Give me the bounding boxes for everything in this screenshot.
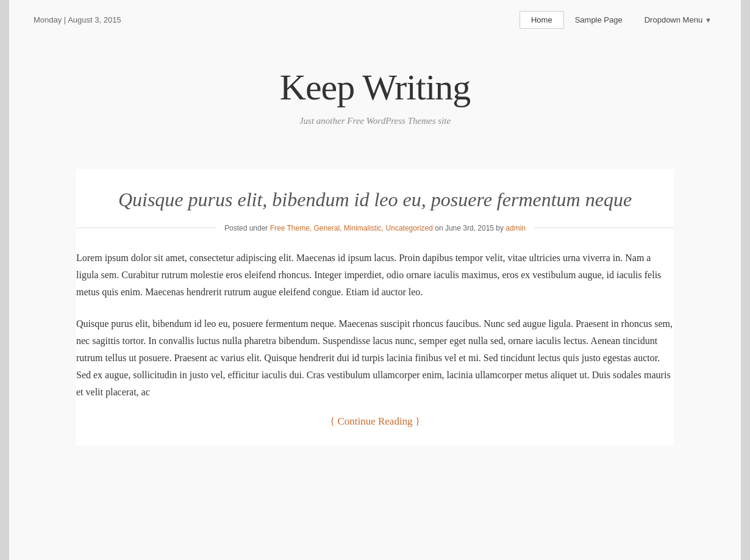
site-tagline: Just another Free WordPress Themes site [34, 116, 716, 126]
post-paragraph-2: Quisque purus elit, bibendum id leo eu, … [76, 315, 674, 401]
nav-menu: Home Sample Page Dropdown Menu ▼ [520, 11, 716, 29]
post-article: Quisque purus elit, bibendum id leo eu, … [76, 169, 674, 446]
post-body: Lorem ipsum dolor sit amet, consectetur … [76, 249, 674, 401]
post-meta-wrapper: Posted under Free Theme, General, Minima… [76, 224, 674, 232]
post-meta: Posted under Free Theme, General, Minima… [216, 224, 534, 232]
continue-reading-button[interactable]: { Continue Reading } [76, 415, 674, 428]
nav-home[interactable]: Home [520, 11, 564, 29]
meta-line-right [534, 228, 674, 228]
site-title: Keep Writing [34, 66, 716, 109]
post-paragraph-1: Lorem ipsum dolor sit amet, consectetur … [76, 249, 674, 301]
nav-dropdown[interactable]: Dropdown Menu ▼ [634, 12, 716, 28]
site-branding: Keep Writing Just another Free WordPress… [9, 36, 741, 151]
chevron-down-icon: ▼ [705, 16, 712, 24]
site-date: Monday | August 3, 2015 [34, 15, 121, 24]
nav-dropdown-label: Dropdown Menu [645, 15, 702, 24]
post-title: Quisque purus elit, bibendum id leo eu, … [76, 187, 674, 213]
meta-line-left [76, 228, 216, 228]
nav-sample-page[interactable]: Sample Page [564, 12, 634, 28]
site-header: Monday | August 3, 2015 Home Sample Page… [9, 0, 741, 36]
main-content: Quisque purus elit, bibendum id leo eu, … [52, 169, 698, 446]
